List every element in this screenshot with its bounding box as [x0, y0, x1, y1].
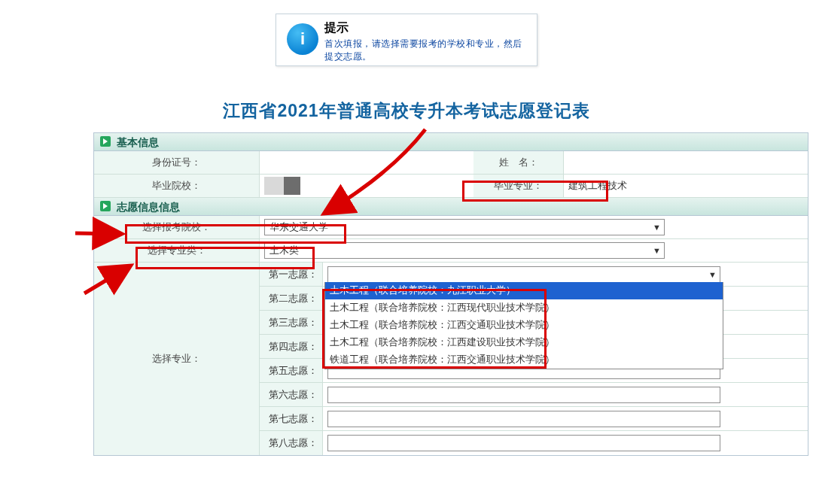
- dropdown-option[interactable]: 土木工程（联合培养院校：江西建设职业技术学院）: [325, 334, 723, 351]
- label-choice-3: 第三志愿：: [260, 311, 323, 334]
- row-choice-2: 第二志愿： 土木工程（联合培养院校：九江职业大学） 土木工程（联合培养院校：江西…: [260, 287, 808, 311]
- dropdown-option[interactable]: 铁道工程（联合培养院校：江西交通职业技术学院）: [325, 351, 723, 369]
- label-id: 身份证号：: [94, 151, 260, 174]
- page-title: 江西省2021年普通高校专升本考试志愿登记表: [0, 99, 813, 123]
- dropdown-option[interactable]: 土木工程（联合培养院校：九江职业大学）: [325, 282, 723, 299]
- section-basic-title: 基本信息: [117, 136, 159, 148]
- chevron-down-icon: ▼: [653, 223, 661, 232]
- info-message: 首次填报，请选择需要报考的学校和专业，然后提交志愿。: [324, 38, 529, 64]
- section-basic-info: 基本信息: [94, 133, 808, 151]
- arrow-icon: [100, 136, 111, 147]
- label-choice-4: 第四志愿：: [260, 335, 323, 358]
- arrow-icon: [100, 201, 111, 211]
- select-category-value: 土木类: [269, 244, 299, 257]
- row-select-school: 选择报考院校： 华东交通大学 ▼: [94, 216, 808, 239]
- row-choice-8: 第八志愿：: [260, 431, 808, 455]
- label-school: 毕业院校：: [94, 175, 260, 197]
- row-choice-7: 第七志愿：: [260, 407, 808, 431]
- dropdown-option[interactable]: 土木工程（联合培养院校：江西现代职业技术学院）: [325, 299, 723, 317]
- label-specialty: 选择专业：: [94, 263, 260, 455]
- chevron-down-icon: ▼: [653, 246, 661, 255]
- select-choice-1[interactable]: ▼: [327, 266, 720, 283]
- label-choice-7: 第七志愿：: [260, 407, 323, 430]
- value-name: [564, 151, 808, 174]
- dropdown-options: 土木工程（联合培养院校：九江职业大学） 土木工程（联合培养院校：江西现代职业技术…: [324, 282, 723, 369]
- info-banner: i 提示 首次填报，请选择需要报考的学校和专业，然后提交志愿。: [276, 14, 537, 66]
- label-select-school: 选择报考院校：: [94, 216, 260, 238]
- label-choice-5: 第五志愿：: [260, 359, 323, 382]
- value-major: 建筑工程技术: [564, 175, 808, 197]
- select-choice-7[interactable]: [327, 411, 720, 427]
- label-choice-2: 第二志愿：: [260, 287, 323, 310]
- row-select-category: 选择专业类： 土木类 ▼: [94, 239, 808, 263]
- label-choice-1: 第一志愿：: [260, 263, 323, 286]
- main-panel: 基本信息 身份证号： 姓 名： 毕业院校： 毕业专业： 建筑工程技术 志愿信息信…: [93, 132, 808, 456]
- info-header: 提示: [324, 20, 529, 36]
- row-choice-6: 第六志愿：: [260, 383, 808, 407]
- value-id: [260, 151, 473, 174]
- redacted-block: [264, 177, 300, 195]
- section-volunteer-info: 志愿信息信息: [94, 198, 808, 216]
- label-select-category: 选择专业类：: [94, 239, 260, 262]
- select-school-value: 华东交通大学: [269, 221, 328, 234]
- label-name: 姓 名：: [473, 151, 564, 174]
- info-icon: i: [287, 23, 318, 55]
- select-choice-8[interactable]: [327, 435, 720, 451]
- value-school: [260, 175, 473, 197]
- chevron-down-icon: ▼: [708, 270, 717, 279]
- label-major: 毕业专业：: [473, 175, 564, 197]
- dropdown-option[interactable]: 土木工程（联合培养院校：江西交通职业技术学院）: [325, 317, 723, 334]
- select-school-dropdown[interactable]: 华东交通大学 ▼: [264, 219, 665, 235]
- section-volunteer-title: 志愿信息信息: [117, 201, 180, 213]
- label-choice-6: 第六志愿：: [260, 383, 323, 406]
- select-choice-6[interactable]: [327, 387, 720, 403]
- select-category-dropdown[interactable]: 土木类 ▼: [264, 242, 665, 259]
- row-id: 身份证号： 姓 名：: [94, 151, 808, 175]
- row-school: 毕业院校： 毕业专业： 建筑工程技术: [94, 175, 808, 198]
- label-choice-8: 第八志愿：: [260, 431, 323, 455]
